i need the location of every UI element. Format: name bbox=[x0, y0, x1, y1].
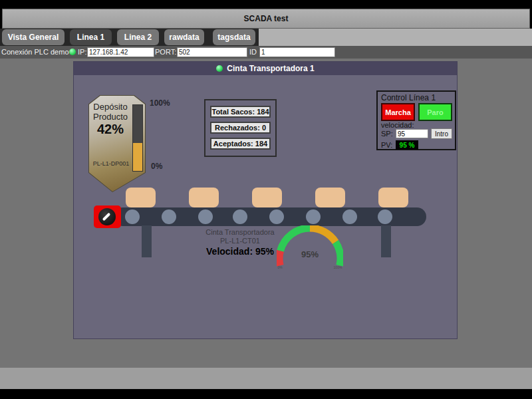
deposit-tank-labels: Depósito Producto 42% bbox=[91, 102, 130, 134]
gauge-max-label: 100% bbox=[334, 265, 342, 269]
tab-label: Linea 1 bbox=[77, 33, 104, 42]
tab-tagsdata[interactable]: tagsdata bbox=[213, 29, 255, 45]
window-title-bar: SCADA test bbox=[2, 9, 530, 29]
speed-gauge: 95% 0% 100% bbox=[277, 225, 343, 269]
linea1-panel: Cinta Transportadora 1 Depósito Producto… bbox=[73, 61, 458, 339]
pv-label: PV: bbox=[381, 141, 392, 149]
bottom-strip bbox=[0, 368, 532, 389]
gauge-min-label: 0% bbox=[277, 265, 283, 269]
intro-button[interactable]: Intro bbox=[431, 128, 452, 139]
sack bbox=[126, 188, 156, 207]
gauge-zone-gold bbox=[310, 228, 336, 242]
tab-vista-general[interactable]: Vista General bbox=[2, 29, 65, 45]
roller bbox=[306, 209, 321, 224]
tank-level-bar bbox=[132, 104, 143, 172]
window-title: SCADA test bbox=[244, 14, 289, 23]
paro-label: Paro bbox=[427, 108, 443, 116]
tab-linea-2[interactable]: Linea 2 bbox=[117, 29, 159, 45]
counter-total: Total Sacos: 184 bbox=[210, 106, 271, 118]
marcha-button[interactable]: Marcha bbox=[381, 103, 415, 121]
conveyor-knob-button[interactable] bbox=[94, 205, 121, 228]
id-label: ID bbox=[249, 48, 257, 56]
control-title: Control Línea 1 bbox=[381, 93, 436, 102]
paro-button[interactable]: Paro bbox=[418, 103, 452, 121]
belt-leg-right bbox=[381, 225, 391, 257]
panel-status-led-icon bbox=[216, 65, 223, 72]
tank-label-line1: Depósito bbox=[91, 102, 130, 112]
sack bbox=[189, 188, 219, 207]
tab-rawdata[interactable]: rawdata bbox=[164, 29, 204, 45]
port-input[interactable] bbox=[177, 47, 247, 57]
tank-label-line2: Producto bbox=[91, 112, 130, 122]
knob-indicator bbox=[102, 213, 111, 221]
sack bbox=[315, 188, 345, 207]
tab-strip-filler bbox=[259, 29, 532, 46]
roller bbox=[342, 209, 357, 224]
tank-scale-min: 0% bbox=[151, 162, 162, 171]
tab-label: rawdata bbox=[169, 33, 199, 42]
rotary-knob-icon bbox=[98, 208, 116, 225]
roller bbox=[233, 209, 247, 224]
tank-level-value: 42% bbox=[91, 124, 130, 134]
tab-linea-1[interactable]: Linea 1 bbox=[70, 29, 112, 45]
id-input[interactable] bbox=[259, 47, 335, 57]
control-box: Control Línea 1 Marcha Paro velocidad: S… bbox=[376, 90, 456, 150]
tank-fill bbox=[133, 143, 142, 171]
panel-header: Cinta Transportadora 1 bbox=[74, 62, 457, 75]
ip-label: IP: bbox=[78, 48, 86, 56]
pv-value: 95 % bbox=[396, 140, 418, 150]
connection-bar: Conexión PLC demo IP: PORT: ID bbox=[0, 46, 532, 59]
gauge-value: 95% bbox=[301, 249, 319, 259]
gauge-zone-green-left bbox=[281, 228, 310, 251]
roller bbox=[378, 209, 392, 224]
roller bbox=[125, 209, 140, 224]
tab-label: Vista General bbox=[8, 33, 59, 42]
counter-accepted: Aceptados: 184 bbox=[210, 138, 271, 150]
connection-label: Conexión PLC demo bbox=[1, 48, 69, 56]
sack bbox=[378, 188, 408, 207]
gauge-zone-red bbox=[279, 251, 281, 265]
speed-label: velocidad: bbox=[381, 121, 414, 129]
sp-label: SP: bbox=[381, 130, 393, 138]
sp-input[interactable] bbox=[396, 129, 428, 138]
port-label: PORT: bbox=[155, 48, 176, 56]
scada-screen: SCADA test Vista General Linea 1 Linea 2… bbox=[0, 0, 532, 399]
marcha-label: Marcha bbox=[385, 108, 411, 116]
belt-leg-left bbox=[142, 225, 152, 257]
roller bbox=[269, 209, 284, 224]
panel-title: Cinta Transportadora 1 bbox=[227, 64, 314, 73]
tank-scale-max: 100% bbox=[150, 98, 170, 108]
tank-tag: PL-L1-DP001 bbox=[92, 160, 130, 167]
gauge-zone-green-right bbox=[336, 242, 340, 265]
tab-label: Linea 2 bbox=[124, 33, 152, 42]
counter-rejected: Rechazados: 0 bbox=[210, 122, 271, 134]
intro-label: Intro bbox=[435, 130, 448, 138]
ip-input[interactable] bbox=[87, 47, 154, 57]
sack bbox=[252, 188, 282, 207]
counters-box: Total Sacos: 184 Rechazados: 0 Aceptados… bbox=[204, 99, 277, 157]
roller bbox=[162, 209, 176, 224]
connection-led-icon bbox=[69, 49, 76, 55]
roller bbox=[198, 209, 213, 224]
tab-label: tagsdata bbox=[217, 33, 250, 42]
